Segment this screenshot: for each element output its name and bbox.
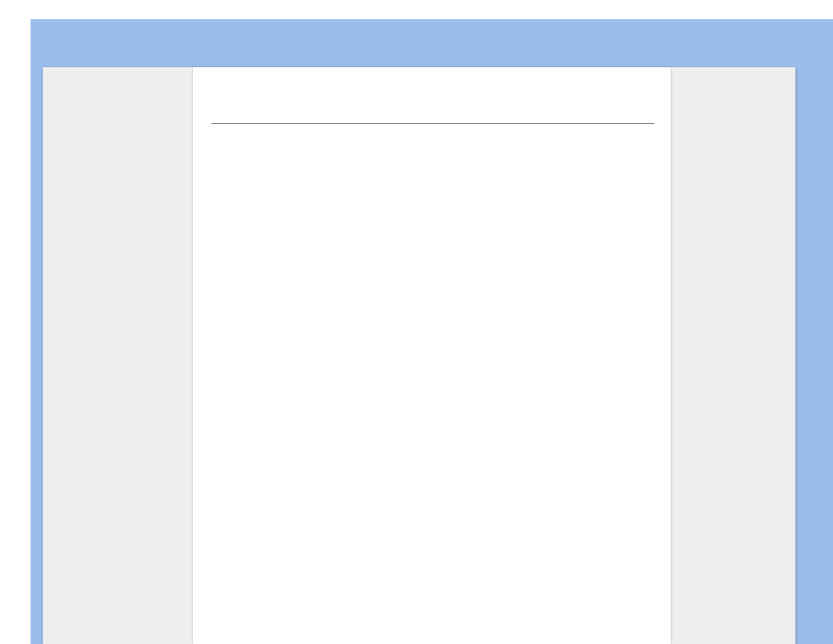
page-right-margin bbox=[671, 67, 795, 644]
application-frame bbox=[31, 19, 833, 644]
document-content-area[interactable] bbox=[193, 67, 671, 644]
page-left-margin bbox=[43, 67, 193, 644]
horizontal-rule bbox=[211, 123, 654, 124]
document-page bbox=[43, 67, 795, 644]
